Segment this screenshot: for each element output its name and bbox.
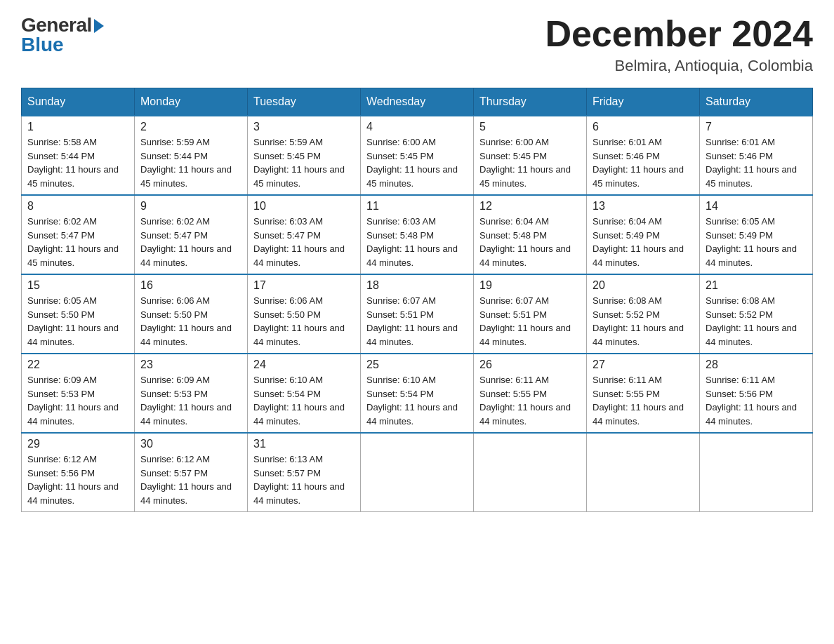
- calendar-cell: 15 Sunrise: 6:05 AMSunset: 5:50 PMDaylig…: [22, 274, 135, 354]
- day-number: 15: [27, 279, 128, 292]
- calendar-cell: [587, 433, 700, 512]
- day-info: Sunrise: 6:00 AMSunset: 5:45 PMDaylight:…: [366, 137, 458, 189]
- calendar-cell: 16 Sunrise: 6:06 AMSunset: 5:50 PMDaylig…: [135, 274, 248, 354]
- calendar-cell: 26 Sunrise: 6:11 AMSunset: 5:55 PMDaylig…: [474, 354, 587, 433]
- day-number: 12: [479, 200, 581, 213]
- calendar-cell: 7 Sunrise: 6:01 AMSunset: 5:46 PMDayligh…: [700, 116, 813, 195]
- calendar-cell: 12 Sunrise: 6:04 AMSunset: 5:48 PMDaylig…: [474, 195, 587, 274]
- day-number: 4: [366, 121, 468, 133]
- day-info: Sunrise: 6:12 AMSunset: 5:57 PMDaylight:…: [140, 454, 232, 506]
- day-info: Sunrise: 6:01 AMSunset: 5:46 PMDaylight:…: [593, 137, 684, 189]
- day-number: 11: [366, 200, 468, 213]
- calendar-cell: [361, 433, 474, 512]
- day-info: Sunrise: 6:07 AMSunset: 5:51 PMDaylight:…: [479, 295, 571, 347]
- day-number: 22: [27, 358, 128, 371]
- logo: General Blue: [21, 14, 104, 56]
- day-number: 24: [253, 358, 355, 371]
- calendar-cell: 18 Sunrise: 6:07 AMSunset: 5:51 PMDaylig…: [361, 274, 474, 354]
- calendar-week-row-3: 15 Sunrise: 6:05 AMSunset: 5:50 PMDaylig…: [22, 274, 813, 354]
- day-info: Sunrise: 6:08 AMSunset: 5:52 PMDaylight:…: [593, 295, 684, 347]
- calendar-cell: 30 Sunrise: 6:12 AMSunset: 5:57 PMDaylig…: [135, 433, 248, 512]
- calendar-cell: 29 Sunrise: 6:12 AMSunset: 5:56 PMDaylig…: [22, 433, 135, 512]
- title-area: December 2024 Belmira, Antioquia, Colomb…: [545, 14, 813, 75]
- day-info: Sunrise: 6:02 AMSunset: 5:47 PMDaylight:…: [140, 216, 232, 268]
- weekday-header-row: SundayMondayTuesdayWednesdayThursdayFrid…: [22, 88, 813, 116]
- day-info: Sunrise: 6:01 AMSunset: 5:46 PMDaylight:…: [706, 137, 797, 189]
- day-info: Sunrise: 6:05 AMSunset: 5:50 PMDaylight:…: [27, 295, 119, 347]
- calendar-week-row-2: 8 Sunrise: 6:02 AMSunset: 5:47 PMDayligh…: [22, 195, 813, 274]
- day-number: 6: [593, 121, 694, 133]
- month-year-title: December 2024: [545, 14, 813, 54]
- day-number: 28: [706, 358, 807, 371]
- calendar-cell: 22 Sunrise: 6:09 AMSunset: 5:53 PMDaylig…: [22, 354, 135, 433]
- calendar-cell: 28 Sunrise: 6:11 AMSunset: 5:56 PMDaylig…: [700, 354, 813, 433]
- day-info: Sunrise: 6:02 AMSunset: 5:47 PMDaylight:…: [27, 216, 119, 268]
- calendar-week-row-4: 22 Sunrise: 6:09 AMSunset: 5:53 PMDaylig…: [22, 354, 813, 433]
- day-number: 7: [706, 121, 807, 133]
- calendar-cell: 17 Sunrise: 6:06 AMSunset: 5:50 PMDaylig…: [248, 274, 361, 354]
- day-number: 27: [593, 358, 694, 371]
- calendar-cell: 3 Sunrise: 5:59 AMSunset: 5:45 PMDayligh…: [248, 116, 361, 195]
- day-number: 3: [253, 121, 355, 133]
- calendar-cell: 8 Sunrise: 6:02 AMSunset: 5:47 PMDayligh…: [22, 195, 135, 274]
- page-header: General Blue December 2024 Belmira, Anti…: [21, 14, 813, 75]
- day-number: 10: [253, 200, 355, 213]
- calendar-cell: 1 Sunrise: 5:58 AMSunset: 5:44 PMDayligh…: [22, 116, 135, 195]
- day-number: 13: [593, 200, 694, 213]
- day-info: Sunrise: 6:09 AMSunset: 5:53 PMDaylight:…: [140, 375, 232, 427]
- day-info: Sunrise: 6:11 AMSunset: 5:55 PMDaylight:…: [593, 375, 684, 427]
- day-info: Sunrise: 6:03 AMSunset: 5:48 PMDaylight:…: [366, 216, 458, 268]
- calendar-table: SundayMondayTuesdayWednesdayThursdayFrid…: [21, 88, 813, 512]
- day-number: 26: [479, 358, 581, 371]
- calendar-cell: 24 Sunrise: 6:10 AMSunset: 5:54 PMDaylig…: [248, 354, 361, 433]
- weekday-header-monday: Monday: [135, 88, 248, 116]
- day-number: 20: [593, 279, 694, 292]
- day-info: Sunrise: 6:06 AMSunset: 5:50 PMDaylight:…: [140, 295, 232, 347]
- calendar-cell: 23 Sunrise: 6:09 AMSunset: 5:53 PMDaylig…: [135, 354, 248, 433]
- calendar-cell: 14 Sunrise: 6:05 AMSunset: 5:49 PMDaylig…: [700, 195, 813, 274]
- calendar-cell: [700, 433, 813, 512]
- day-info: Sunrise: 5:59 AMSunset: 5:44 PMDaylight:…: [140, 137, 232, 189]
- day-info: Sunrise: 6:10 AMSunset: 5:54 PMDaylight:…: [366, 375, 458, 427]
- weekday-header-thursday: Thursday: [474, 88, 587, 116]
- day-number: 25: [366, 358, 468, 371]
- day-info: Sunrise: 6:00 AMSunset: 5:45 PMDaylight:…: [479, 137, 571, 189]
- day-info: Sunrise: 6:11 AMSunset: 5:56 PMDaylight:…: [706, 375, 797, 427]
- day-number: 14: [706, 200, 807, 213]
- calendar-cell: 13 Sunrise: 6:04 AMSunset: 5:49 PMDaylig…: [587, 195, 700, 274]
- calendar-cell: 31 Sunrise: 6:13 AMSunset: 5:57 PMDaylig…: [248, 433, 361, 512]
- day-info: Sunrise: 6:03 AMSunset: 5:47 PMDaylight:…: [253, 216, 345, 268]
- calendar-cell: 6 Sunrise: 6:01 AMSunset: 5:46 PMDayligh…: [587, 116, 700, 195]
- calendar-cell: 20 Sunrise: 6:08 AMSunset: 5:52 PMDaylig…: [587, 274, 700, 354]
- calendar-cell: 19 Sunrise: 6:07 AMSunset: 5:51 PMDaylig…: [474, 274, 587, 354]
- calendar-cell: [474, 433, 587, 512]
- day-number: 21: [706, 279, 807, 292]
- calendar-cell: 21 Sunrise: 6:08 AMSunset: 5:52 PMDaylig…: [700, 274, 813, 354]
- weekday-header-tuesday: Tuesday: [248, 88, 361, 116]
- calendar-week-row-5: 29 Sunrise: 6:12 AMSunset: 5:56 PMDaylig…: [22, 433, 813, 512]
- day-number: 19: [479, 279, 581, 292]
- day-number: 9: [140, 200, 241, 213]
- location-subtitle: Belmira, Antioquia, Colombia: [545, 57, 813, 75]
- day-number: 16: [140, 279, 241, 292]
- calendar-cell: 5 Sunrise: 6:00 AMSunset: 5:45 PMDayligh…: [474, 116, 587, 195]
- logo-blue-text: Blue: [21, 34, 64, 56]
- calendar-cell: 9 Sunrise: 6:02 AMSunset: 5:47 PMDayligh…: [135, 195, 248, 274]
- day-number: 1: [27, 121, 128, 133]
- calendar-week-row-1: 1 Sunrise: 5:58 AMSunset: 5:44 PMDayligh…: [22, 116, 813, 195]
- calendar-cell: 2 Sunrise: 5:59 AMSunset: 5:44 PMDayligh…: [135, 116, 248, 195]
- day-info: Sunrise: 6:06 AMSunset: 5:50 PMDaylight:…: [253, 295, 345, 347]
- day-number: 30: [140, 438, 241, 450]
- calendar-cell: 4 Sunrise: 6:00 AMSunset: 5:45 PMDayligh…: [361, 116, 474, 195]
- weekday-header-saturday: Saturday: [700, 88, 813, 116]
- weekday-header-sunday: Sunday: [22, 88, 135, 116]
- day-number: 17: [253, 279, 355, 292]
- day-number: 23: [140, 358, 241, 371]
- day-info: Sunrise: 5:59 AMSunset: 5:45 PMDaylight:…: [253, 137, 345, 189]
- day-number: 8: [27, 200, 128, 213]
- day-info: Sunrise: 6:11 AMSunset: 5:55 PMDaylight:…: [479, 375, 571, 427]
- day-info: Sunrise: 6:04 AMSunset: 5:49 PMDaylight:…: [593, 216, 684, 268]
- day-info: Sunrise: 6:07 AMSunset: 5:51 PMDaylight:…: [366, 295, 458, 347]
- day-info: Sunrise: 6:08 AMSunset: 5:52 PMDaylight:…: [706, 295, 797, 347]
- day-info: Sunrise: 6:13 AMSunset: 5:57 PMDaylight:…: [253, 454, 345, 506]
